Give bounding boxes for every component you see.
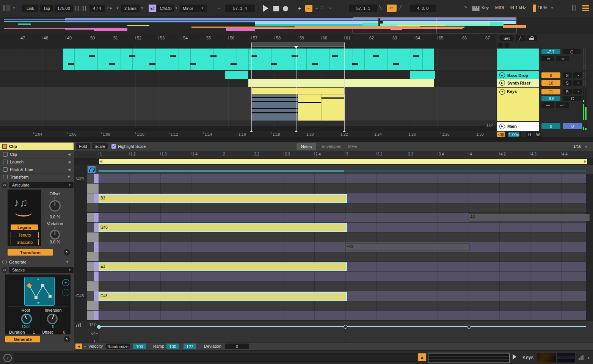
prev-locator-button[interactable]: ← bbox=[498, 43, 503, 48]
tenuto-mode-button[interactable]: Tenuto bbox=[11, 232, 39, 238]
piano-key-F3[interactable] bbox=[87, 252, 99, 262]
transform-refresh-icon[interactable]: ↻ bbox=[64, 249, 70, 256]
add-stack-button[interactable]: + bbox=[62, 279, 69, 286]
remove-stack-button[interactable]: − bbox=[62, 289, 69, 296]
arrangement-track-area[interactable] bbox=[0, 42, 496, 131]
transform-mode-select[interactable]: Articulate ▼ bbox=[9, 182, 74, 188]
meter-dropdown-arrow[interactable]: ▼ bbox=[587, 356, 590, 360]
back-to-arrangement-icon[interactable]: ← bbox=[315, 5, 319, 10]
velocity-lane-icon[interactable] bbox=[76, 323, 81, 327]
clip-bass-1[interactable] bbox=[225, 71, 248, 79]
note-row-B2[interactable] bbox=[99, 311, 586, 320]
clip-bass-2[interactable] bbox=[410, 71, 435, 79]
overdub-plus-icon[interactable]: + bbox=[298, 5, 301, 11]
main-meter-right[interactable]: 0 bbox=[563, 123, 582, 129]
loop-start-handle[interactable] bbox=[100, 160, 102, 163]
ramp-from-field[interactable]: 100 bbox=[166, 344, 179, 349]
piano-key-D3[interactable] bbox=[87, 281, 99, 291]
note-row-C#4[interactable] bbox=[99, 174, 586, 184]
metronome-sound-icon[interactable]: ○● bbox=[107, 6, 112, 10]
note-row-D#3[interactable] bbox=[99, 271, 586, 281]
midi-note-B3[interactable]: B3 bbox=[99, 194, 347, 203]
velocity-point[interactable] bbox=[97, 325, 101, 329]
variation-knob[interactable] bbox=[50, 230, 60, 240]
velocity-point[interactable] bbox=[344, 325, 347, 329]
clip-keys-left[interactable] bbox=[251, 94, 298, 121]
preview-headphone-button[interactable] bbox=[88, 166, 96, 173]
loop-length-field[interactable]: 4. 0. 0 bbox=[409, 5, 436, 12]
piano-key-C#3[interactable] bbox=[87, 291, 99, 301]
generate-refresh-icon[interactable]: ↻ bbox=[64, 336, 70, 342]
generate-mode-select[interactable]: Stacks ▼ bbox=[9, 267, 74, 273]
punch-out-icon[interactable]: ╱ bbox=[399, 5, 402, 10]
lock-envelopes-button[interactable] bbox=[527, 35, 537, 41]
menu-hamburger-icon[interactable] bbox=[582, 5, 589, 11]
selected-track-label[interactable]: Keys bbox=[522, 355, 533, 360]
tab-notes[interactable]: Notes bbox=[296, 143, 316, 150]
track-header-main[interactable]: ▶ Main 0 0 bbox=[496, 121, 593, 131]
track-unfold-icon[interactable]: ▼ bbox=[499, 89, 505, 95]
track-header-bass-drop[interactable]: ▶ Bass Drop 9 S ◔ bbox=[496, 71, 593, 79]
note-row-A#3[interactable] bbox=[99, 203, 586, 213]
piano-key-C3[interactable] bbox=[87, 301, 99, 311]
level-meter-icon[interactable] bbox=[579, 355, 585, 360]
stacks-visualization[interactable] bbox=[24, 277, 55, 306]
piano-key-D#3[interactable] bbox=[87, 271, 99, 281]
track-pan-field[interactable]: C bbox=[563, 96, 582, 101]
clip-keys-right[interactable] bbox=[298, 94, 345, 121]
scale-mode-icon[interactable]: ♭♯ bbox=[149, 5, 156, 12]
velocity-lane[interactable]: 127641 bbox=[74, 320, 593, 343]
capture-midi-icon[interactable]: ○ bbox=[329, 5, 332, 10]
width-zoom-button[interactable]: W bbox=[535, 132, 541, 137]
midi-note-A3[interactable]: A3 bbox=[469, 213, 590, 221]
arrangement-position-field[interactable]: 57. 1. 4 bbox=[225, 5, 255, 12]
note-row-D3[interactable] bbox=[99, 281, 586, 291]
send-b-field[interactable]: -∞ bbox=[556, 102, 569, 108]
piano-key-E3[interactable] bbox=[87, 262, 99, 271]
key-map-button[interactable]: Key bbox=[482, 5, 489, 10]
cpu-dropdown-arrow[interactable]: ▼ bbox=[551, 6, 554, 10]
panel-section-transform[interactable]: Transform▼ bbox=[0, 173, 74, 181]
time-signature-field[interactable]: 4 / 4 bbox=[89, 5, 105, 12]
midi-note-E3[interactable]: E3 bbox=[99, 262, 347, 271]
track-input-channel[interactable]: 10 bbox=[541, 80, 560, 86]
link-button[interactable]: Link bbox=[22, 5, 38, 12]
automation-arm-button[interactable]: ⌁ bbox=[305, 5, 312, 12]
legato-mode-button[interactable]: Legato bbox=[11, 224, 38, 230]
panel-section-pitch-time[interactable]: Pitch & Time◀ bbox=[0, 166, 74, 174]
randomize-amount-field[interactable]: 100 bbox=[133, 344, 146, 349]
piano-key-G3[interactable] bbox=[87, 232, 99, 242]
midi-note-F#3[interactable]: F#3 bbox=[345, 243, 469, 251]
section-collapsed-arrow[interactable]: ◀ bbox=[68, 160, 71, 164]
grid-dropdown-arrow[interactable]: ▼ bbox=[585, 145, 588, 149]
piano-key-A3[interactable] bbox=[87, 213, 99, 223]
mini-keyboard-view[interactable] bbox=[428, 353, 510, 363]
inversion-knob[interactable] bbox=[47, 314, 58, 324]
deviation-field[interactable]: 0 bbox=[225, 344, 249, 349]
solo-button[interactable]: S bbox=[563, 89, 572, 94]
clip-keys-header[interactable] bbox=[251, 88, 344, 94]
highlight-scale-checkbox[interactable]: ✓ bbox=[111, 144, 116, 149]
clip-synth-riser[interactable] bbox=[248, 79, 434, 87]
panel-section-clip[interactable]: Clip◀ bbox=[0, 151, 74, 158]
freeze-icon[interactable]: ◔ bbox=[573, 72, 582, 78]
note-row-C4[interactable] bbox=[99, 184, 586, 193]
velocity-curve[interactable] bbox=[99, 326, 586, 327]
scale-button[interactable]: Scale bbox=[92, 143, 108, 149]
reset-generate-icon[interactable]: ↻ bbox=[2, 267, 8, 273]
panel-section-launch[interactable]: Launch◀ bbox=[0, 158, 74, 166]
section-collapsed-arrow[interactable]: ◀ bbox=[68, 152, 71, 156]
record-button[interactable] bbox=[283, 6, 288, 11]
loop-start-field[interactable]: 57. 1. 1 bbox=[349, 5, 377, 12]
scale-root-menu[interactable]: C#/Db bbox=[157, 5, 174, 12]
send-b-field[interactable]: -∞ bbox=[556, 56, 569, 61]
note-row-F#3[interactable] bbox=[99, 242, 586, 252]
piano-key-C#4[interactable] bbox=[87, 174, 99, 184]
fold-button[interactable]: Fold bbox=[76, 143, 90, 149]
device-thumbnail[interactable] bbox=[557, 352, 576, 363]
duration-value[interactable]: 1 bbox=[33, 330, 35, 334]
tap-tempo-button[interactable]: Tap bbox=[40, 5, 53, 12]
info-icon[interactable]: i bbox=[3, 354, 12, 362]
midi-map-button[interactable]: MIDI bbox=[495, 5, 504, 10]
piano-key-C4[interactable] bbox=[87, 184, 99, 193]
